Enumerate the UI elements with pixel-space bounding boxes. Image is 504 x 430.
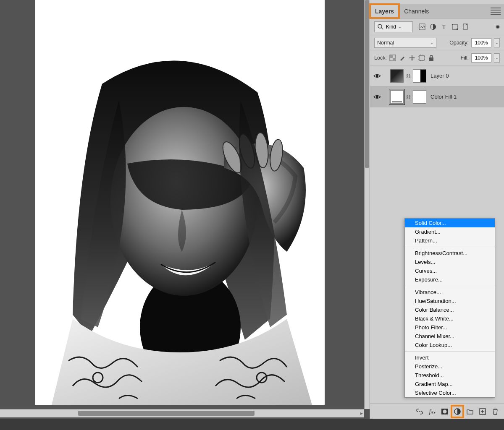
menu-item[interactable]: Gradient Map... [405,380,495,388]
fill-label: Fill: [461,55,469,61]
lock-paint-icon[interactable] [399,55,406,61]
app-bottom-strip [0,419,504,430]
photo-content [35,59,325,405]
scrollbar-handle-icon[interactable]: ▸ [360,410,363,416]
opacity-stepper[interactable]: ⌄ [494,38,500,47]
menu-item[interactable]: Pattern... [405,236,495,245]
lock-move-icon[interactable] [409,55,415,61]
svg-rect-22 [429,57,433,61]
svg-point-24 [376,96,378,98]
visibility-icon[interactable] [373,93,381,101]
layer-mask-thumbnail[interactable] [413,90,426,104]
layer-filter-row: Kind ⌄ T [370,18,504,35]
blend-row: Normal ⌄ Opacity: ⌄ [370,35,504,50]
svg-rect-20 [393,58,396,61]
menu-item[interactable]: Channel Mixer... [405,332,495,341]
menu-item[interactable]: Brightness/Contrast... [405,249,495,258]
visibility-icon[interactable] [373,72,381,80]
layer-thumbnail[interactable] [390,90,404,104]
menu-item[interactable]: Threshold... [405,371,495,380]
canvas-area [0,0,364,409]
mask-link-icon[interactable]: ⛓ [406,94,410,99]
menu-item[interactable]: Solid Color... [405,219,495,227]
menu-item[interactable]: Selective Color... [405,388,495,397]
svg-rect-16 [457,29,458,30]
horizontal-scrollbar-thumb[interactable] [78,411,255,416]
svg-line-10 [381,28,383,29]
blend-mode-select[interactable]: Normal ⌄ [374,38,436,48]
vertical-scrollbar-thumb[interactable] [365,0,369,168]
lock-all-icon[interactable] [428,55,435,61]
panel-tabs: Layers Channels [370,4,504,18]
document-canvas[interactable] [35,0,325,405]
menu-item[interactable]: Photo Filter... [405,323,495,332]
filter-adjustment-icon[interactable] [430,23,436,30]
add-mask-icon[interactable] [441,408,449,415]
tab-channels[interactable]: Channels [399,4,434,18]
lock-label: Lock: [374,55,387,61]
layer-name-label[interactable]: Layer 0 [430,73,449,79]
svg-rect-21 [419,55,424,60]
filter-type-icon[interactable]: T [441,23,447,30]
fill-input[interactable] [471,53,491,63]
delete-layer-icon[interactable] [491,408,499,415]
lock-transparent-icon[interactable] [389,55,396,61]
layer-mask-thumbnail[interactable] [413,69,426,83]
lock-row: Lock: Fill: ⌄ [370,50,504,65]
menu-item[interactable]: Posterize... [405,362,495,371]
svg-point-26 [443,409,447,413]
svg-point-23 [376,75,378,77]
menu-item[interactable]: Hue/Saturation... [405,297,495,305]
layers-bottom-bar: fx▾ [370,404,504,419]
opacity-input[interactable] [471,38,491,47]
svg-rect-15 [452,24,453,25]
panel-top-icons [370,0,504,4]
layer-name-label[interactable]: Color Fill 1 [430,94,457,100]
svg-rect-19 [390,55,393,58]
menu-item[interactable]: Color Lookup... [405,341,495,349]
menu-item[interactable]: Vibrance... [405,288,495,297]
menu-item[interactable]: Invert [405,353,495,362]
filter-toggle[interactable] [496,25,500,29]
svg-text:T: T [442,23,446,30]
menu-item[interactable]: Gradient... [405,227,495,236]
menu-item[interactable]: Levels... [405,258,495,266]
panel-menu-icon[interactable] [491,8,501,15]
adjustment-layer-menu: Solid Color...Gradient...Pattern...Brigh… [404,218,495,398]
new-layer-icon[interactable] [479,408,486,415]
layer-style-icon[interactable]: fx▾ [428,408,436,415]
search-icon [377,23,384,30]
mask-link-icon[interactable]: ⛓ [406,73,410,78]
layer-row[interactable]: ⛓ Color Fill 1 [370,86,504,107]
link-layers-icon[interactable] [416,408,423,415]
menu-item[interactable]: Exposure... [405,275,495,284]
menu-item[interactable]: Curves... [405,266,495,275]
horizontal-scrollbar[interactable]: ▸ [0,409,364,417]
lock-artboard-icon[interactable] [418,55,425,61]
opacity-label: Opacity: [449,40,469,46]
filter-pixel-icon[interactable] [419,23,425,30]
filter-kind-label: Kind [386,24,396,30]
svg-point-9 [378,24,382,28]
adjustment-layer-icon[interactable] [454,408,461,415]
menu-item[interactable]: Color Balance... [405,305,495,314]
filter-kind-select[interactable]: Kind ⌄ [374,21,413,32]
fill-stepper[interactable]: ⌄ [494,53,500,63]
layers-list: ⛓ Layer 0 ⛓ Color Fill 1 [370,65,504,107]
layer-thumbnail[interactable] [390,69,404,83]
layer-row[interactable]: ⛓ Layer 0 [370,65,504,86]
filter-smartobject-icon[interactable] [462,23,469,30]
tab-layers[interactable]: Layers [370,4,399,18]
svg-rect-11 [419,24,425,30]
filter-shape-icon[interactable] [452,23,458,30]
menu-item[interactable]: Black & White... [405,314,495,323]
vertical-scrollbar[interactable] [364,0,370,409]
new-group-icon[interactable] [466,408,474,415]
blend-mode-value: Normal [377,40,394,46]
